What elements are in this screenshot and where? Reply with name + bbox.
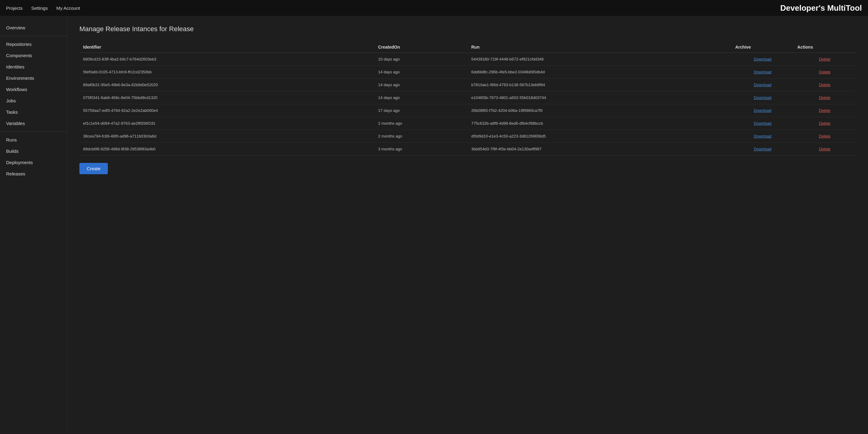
table-header-row: Identifier CreatedOn Run Archive Actions	[80, 41, 856, 53]
nav-projects[interactable]: Projects	[6, 5, 23, 11]
cell-actions: Delete	[794, 79, 856, 91]
cell-identifier: 89af0b31-95e5-49b6-8e3a-82b8d0e52020	[80, 79, 374, 91]
cell-run: df3d9d10-e1e3-4c50-a223-3d81269656d5	[468, 130, 732, 143]
main-content: Manage Release Intances for Release Iden…	[67, 16, 868, 434]
sidebar-item-jobs[interactable]: Jobs	[0, 95, 67, 106]
table-row: 89af0b31-95e5-49b6-8e3a-82b8d0e5202014 d…	[80, 79, 856, 91]
download-link[interactable]: Download	[754, 95, 772, 100]
col-header-actions: Actions	[794, 41, 856, 53]
download-link[interactable]: Download	[754, 121, 772, 126]
sidebar: Overview Repositories Components Identit…	[0, 16, 67, 434]
sidebar-item-builds[interactable]: Builds	[0, 145, 67, 157]
download-link[interactable]: Download	[754, 57, 772, 61]
cell-identifier: 5fef0afd-0105-4713-bfc9-ffc2cd2350bb	[80, 66, 374, 79]
layout: Overview Repositories Components Identit…	[0, 16, 868, 434]
cell-archive: Download	[732, 79, 794, 91]
table-row: 6809cd15-83ff-4ba2-b9c7-b764d2603eb310 d…	[80, 53, 856, 66]
cell-actions: Delete	[794, 91, 856, 104]
cell-created-on: 14 days ago	[374, 79, 468, 91]
cell-run: 26b08f65-f7b2-4204-b06a-19f9960ca7f0	[468, 104, 732, 117]
download-link[interactable]: Download	[754, 134, 772, 139]
cell-run: 775c632b-a8f9-4d99-8ed6-dfb4cf98bccb	[468, 117, 732, 130]
cell-actions: Delete	[794, 130, 856, 143]
cell-actions: Delete	[794, 66, 856, 79]
cell-actions: Delete	[794, 104, 856, 117]
cell-created-on: 2 months ago	[374, 117, 468, 130]
page-title: Manage Release Intances for Release	[80, 25, 856, 33]
cell-identifier: 55759aa7-edf3-4784-92a2-2e2e2ab000e4	[80, 104, 374, 117]
delete-link[interactable]: Delete	[819, 108, 831, 113]
top-nav-links: Projects Settings My Account	[6, 5, 80, 11]
cell-actions: Delete	[794, 117, 856, 130]
col-header-archive: Archive	[732, 41, 794, 53]
sidebar-divider-2	[0, 132, 67, 132]
delete-link[interactable]: Delete	[819, 83, 831, 87]
table-row: 55759aa7-edf3-4784-92a2-2e2e2ab000e417 d…	[80, 104, 856, 117]
cell-run: 3bb854d3-7f9f-4f3e-bb04-2e130a4ff997	[468, 143, 732, 155]
table-row: 38cea784-fc89-46f0-ad96-a711b03b3a6d2 mo…	[80, 130, 856, 143]
cell-created-on: 10 days ago	[374, 53, 468, 66]
delete-link[interactable]: Delete	[819, 70, 831, 74]
sidebar-item-identities[interactable]: Identities	[0, 61, 67, 73]
cell-run: e1046f3b-7873-4801-a502-55b018d03744	[468, 91, 732, 104]
sidebar-item-repositories[interactable]: Repositories	[0, 38, 67, 50]
nav-my-account[interactable]: My Account	[56, 5, 80, 11]
app-title: Developer's MultiTool	[780, 3, 862, 13]
cell-created-on: 17 days ago	[374, 104, 468, 117]
delete-link[interactable]: Delete	[819, 95, 831, 100]
cell-actions: Delete	[794, 53, 856, 66]
cell-created-on: 14 days ago	[374, 91, 468, 104]
sidebar-item-components[interactable]: Components	[0, 50, 67, 61]
download-link[interactable]: Download	[754, 108, 772, 113]
cell-archive: Download	[732, 143, 794, 155]
table-row: 5fef0afd-0105-4713-bfc9-ffc2cd2350bb14 d…	[80, 66, 856, 79]
cell-archive: Download	[732, 117, 794, 130]
download-link[interactable]: Download	[754, 83, 772, 87]
cell-identifier: 6809cd15-83ff-4ba2-b9c7-b764d2603eb3	[80, 53, 374, 66]
sidebar-divider-1	[0, 36, 67, 36]
col-header-run: Run	[468, 41, 732, 53]
cell-created-on: 3 months ago	[374, 143, 468, 155]
table-row: 89dcb6f6-9256-498d-9f38-29538f83a4b03 mo…	[80, 143, 856, 155]
cell-run: 6dd6b8fc-296b-4fe5-bbe2-0349b895db4d	[468, 66, 732, 79]
cell-run: b7810ae1-f66d-4783-b138-587b13eb9f94	[468, 79, 732, 91]
cell-archive: Download	[732, 104, 794, 117]
cell-created-on: 2 months ago	[374, 130, 468, 143]
delete-link[interactable]: Delete	[819, 121, 831, 126]
table-row: 075f0341-6ab6-469c-8e04-75bbd9cd132014 d…	[80, 91, 856, 104]
sidebar-item-runs[interactable]: Runs	[0, 134, 67, 145]
cell-archive: Download	[732, 53, 794, 66]
cell-archive: Download	[732, 130, 794, 143]
nav-settings[interactable]: Settings	[31, 5, 48, 11]
sidebar-item-variables[interactable]: Variables	[0, 118, 67, 129]
release-instances-table: Identifier CreatedOn Run Archive Actions…	[80, 41, 856, 155]
cell-identifier: 075f0341-6ab6-469c-8e04-75bbd9cd1320	[80, 91, 374, 104]
table-header: Identifier CreatedOn Run Archive Actions	[80, 41, 856, 53]
cell-run: 54439180-719f-4448-b672-ef921cfdd348	[468, 53, 732, 66]
delete-link[interactable]: Delete	[819, 147, 831, 151]
sidebar-item-tasks[interactable]: Tasks	[0, 106, 67, 118]
cell-actions: Delete	[794, 143, 856, 155]
col-header-identifier: Identifier	[80, 41, 374, 53]
delete-link[interactable]: Delete	[819, 57, 831, 61]
sidebar-item-workflows[interactable]: Workflows	[0, 84, 67, 95]
col-header-createdon: CreatedOn	[374, 41, 468, 53]
sidebar-item-deployments[interactable]: Deployments	[0, 157, 67, 168]
sidebar-item-releases[interactable]: Releases	[0, 168, 67, 179]
cell-archive: Download	[732, 66, 794, 79]
cell-identifier: ef1c1e54-d084-47a2-9763-ae2f6556f191	[80, 117, 374, 130]
table-row: ef1c1e54-d084-47a2-9763-ae2f6556f1912 mo…	[80, 117, 856, 130]
delete-link[interactable]: Delete	[819, 134, 831, 139]
create-button[interactable]: Create	[80, 163, 108, 174]
cell-identifier: 89dcb6f6-9256-498d-9f38-29538f83a4b0	[80, 143, 374, 155]
sidebar-item-environments[interactable]: Environments	[0, 73, 67, 84]
download-link[interactable]: Download	[754, 147, 772, 151]
cell-identifier: 38cea784-fc89-46f0-ad96-a711b03b3a6d	[80, 130, 374, 143]
table-body: 6809cd15-83ff-4ba2-b9c7-b764d2603eb310 d…	[80, 53, 856, 155]
top-nav: Projects Settings My Account Developer's…	[0, 0, 868, 16]
cell-created-on: 14 days ago	[374, 66, 468, 79]
sidebar-item-overview[interactable]: Overview	[0, 22, 67, 33]
download-link[interactable]: Download	[754, 70, 772, 74]
cell-archive: Download	[732, 91, 794, 104]
